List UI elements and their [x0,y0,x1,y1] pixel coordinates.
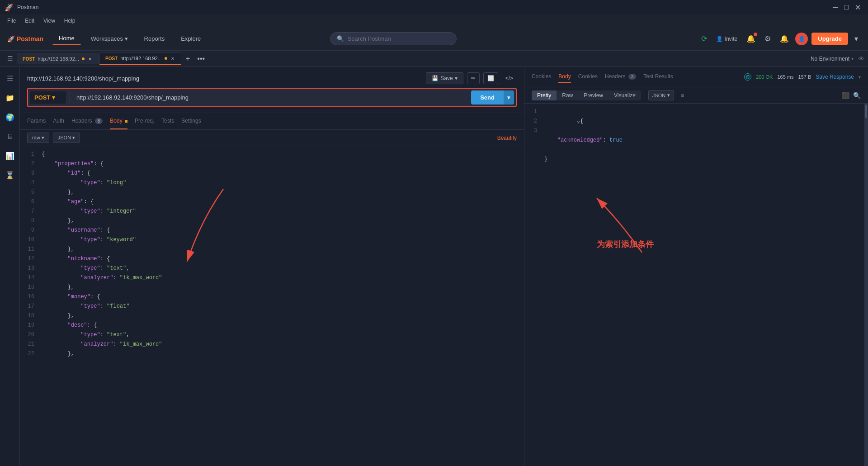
search-postman[interactable]: 🔍 Search Postman [330,32,457,45]
response-tabs: Cookies Body Cookies Headers 3 Test Resu… [532,71,673,83]
sidebar-icon-collections[interactable]: 📁 [2,90,18,106]
tab-1-unsaved-dot [82,57,85,60]
req-tab-headers[interactable]: Headers 8 [71,113,103,129]
response-format-tabs: Pretty Raw Preview Visualize [532,90,641,100]
req-tab-prereq[interactable]: Pre-req. [135,113,154,129]
environment-selector[interactable]: No Environment ▾ 👁 [811,55,864,62]
req-tab-params[interactable]: Params [27,113,46,129]
notifications-button[interactable]: 🔔 [744,32,758,46]
sidebar-icon-mock[interactable]: 🖥 [3,129,17,144]
minimize-button[interactable]: ─ [830,3,840,12]
share-button[interactable]: ⬜ [483,72,498,84]
req-tab-auth[interactable]: Auth [53,113,64,129]
sidebar-icon-menu[interactable]: ☰ [3,71,17,86]
menu-view[interactable]: View [40,17,59,25]
editor-toolbar: raw ▾ JSON ▾ Beautify [20,130,524,146]
nav-explore[interactable]: Explore [175,33,207,45]
req-tab-settings[interactable]: Settings [181,113,201,129]
tab-more-button[interactable]: ••• [193,53,208,65]
menu-help[interactable]: Help [61,17,79,25]
method-selector[interactable]: POST ▾ [30,91,66,104]
resp-format-visualize[interactable]: Visualize [609,90,641,100]
save-resp-dropdown[interactable]: ▾ [859,75,861,80]
maximize-button[interactable]: □ [841,3,851,12]
invite-button[interactable]: 👤 Invite [713,33,741,45]
tab-1[interactable]: POST http://192.168.92... ✕ [17,53,99,64]
response-content: 123 ⌄{ "acknowledged": true } [524,104,868,466]
divider [70,92,70,103]
editor-json-btn[interactable]: JSON ▾ [53,133,80,143]
resp-scrollbar[interactable] [864,104,868,466]
sidebar-icon-monitor[interactable]: 📊 [2,148,18,164]
app-title: Postman [17,4,38,10]
method-dropdown-icon: ▾ [52,94,55,101]
env-dropdown-arrow: ▾ [851,56,854,61]
tab-1-close[interactable]: ✕ [87,57,93,62]
nav-right: ⟳ 👤 Invite 🔔 ⚙ 🔔 👤 Upgrade ▾ [698,32,861,46]
sidebar-icon-environments[interactable]: 🌍 [2,109,18,125]
response-panel: Cookies Body Cookies Headers 3 Test Resu… [524,67,868,466]
resp-tab-body[interactable]: Body [558,71,571,83]
req-tab-tests[interactable]: Tests [161,113,174,129]
tab-bar: ☰ POST http://192.168.92... ✕ POST http:… [0,51,868,67]
menu-bar: File Edit View Help [0,14,868,27]
menu-file[interactable]: File [4,17,19,25]
send-button[interactable]: Send [471,90,504,105]
method-label: POST [34,94,50,101]
tab-2[interactable]: POST http://192.168.92... ✕ [99,52,181,65]
close-button[interactable]: ✕ [852,3,863,12]
nav-expand[interactable]: ▾ [852,32,861,46]
code-editor: raw ▾ JSON ▾ Beautify 123456789101112131… [20,130,524,466]
save-button[interactable]: 💾 Save ▾ [426,72,463,84]
code-view-button[interactable]: </> [502,72,517,84]
bell-button[interactable]: 🔔 [777,32,792,46]
request-panel: http://192.168.92.140:9200/shop/_mapping… [20,67,524,466]
resp-format-preview[interactable]: Preview [578,90,609,100]
tab-2-unsaved-dot [165,57,167,60]
tab-1-url: http://192.168.92... [38,56,79,62]
app-icon: 🚀 [5,3,14,12]
menu-edit[interactable]: Edit [21,17,38,25]
url-path-display: http://192.168.92.140:9200/shop/_mapping [27,75,139,82]
resp-filter-button[interactable]: ≡ [680,92,684,99]
resp-tab-test-results[interactable]: Test Results [643,71,673,83]
resp-tab-headers[interactable]: Headers 3 [605,71,636,83]
nav-reports[interactable]: Reports [138,33,171,45]
edit-button[interactable]: ✏ [467,72,480,84]
editor-content[interactable]: 12345678910111213141516171819202122 { "p… [20,146,524,466]
nav-workspaces[interactable]: Workspaces ▾ [85,33,134,45]
title-bar: 🚀 Postman ─ □ ✕ [0,0,868,14]
sidebar-toggle[interactable]: ☰ [4,53,17,64]
upgrade-button[interactable]: Upgrade [811,33,848,45]
sidebar-icons: ☰ 📁 🌍 🖥 📊 ⌛ [0,67,20,466]
url-input[interactable] [74,91,467,104]
resp-format-pretty[interactable]: Pretty [532,90,557,100]
resp-format-dropdown-icon: ▾ [667,92,670,98]
sidebar-icon-history[interactable]: ⌛ [2,167,18,183]
send-dropdown-button[interactable]: ▾ [504,90,514,105]
env-eye-icon[interactable]: 👁 [858,55,864,62]
window-controls: ─ □ ✕ [830,3,863,12]
env-label: No Environment [811,56,849,62]
beautify-button[interactable]: Beautify [497,135,517,141]
editor-raw-btn[interactable]: raw ▾ [27,133,49,143]
headers-count-badge: 8 [95,118,103,124]
send-btn-group: Send ▾ [471,90,514,105]
nav-home[interactable]: Home [52,32,81,45]
code-body[interactable]: { "properties": { "id": { "type": "long"… [38,146,524,466]
resp-headers-count: 3 [628,74,637,80]
resp-search-button[interactable]: 🔍 [853,92,861,99]
save-response-button[interactable]: Save Response [816,74,854,80]
tab-1-method: POST [23,57,35,62]
resp-copy-button[interactable]: ⬛ [842,92,849,99]
req-tab-body[interactable]: Body [110,113,127,129]
tab-2-close[interactable]: ✕ [170,56,175,61]
sync-button[interactable]: ⟳ [698,32,710,46]
settings-button[interactable]: ⚙ [762,32,774,46]
resp-tab-cookies[interactable]: Cookies [578,71,598,83]
globe-icon: 🌐 [744,73,751,81]
tab-add-button[interactable]: + [182,53,193,65]
resp-format-raw[interactable]: Raw [557,90,578,100]
resp-format-select[interactable]: JSON ▾ [648,90,674,100]
resp-tab-cookies-left[interactable]: Cookies [532,71,551,83]
